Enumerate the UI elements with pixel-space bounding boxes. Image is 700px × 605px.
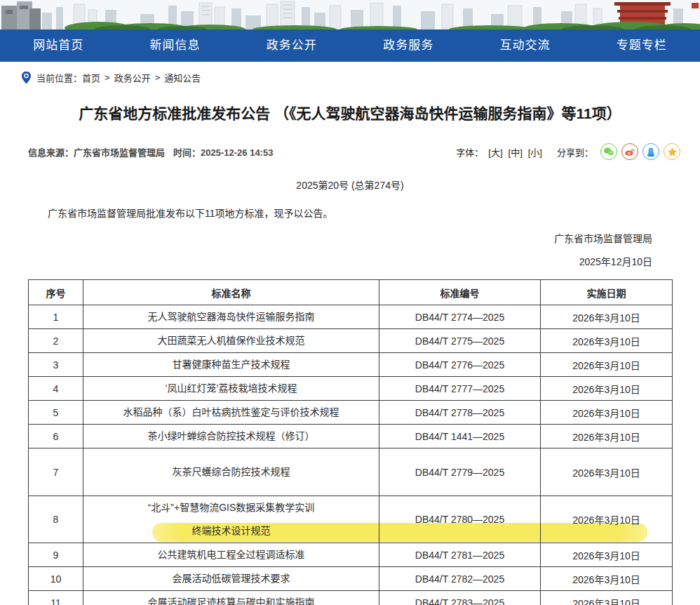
cell-standard-name: 无人驾驶航空器海岛快件运输服务指南 (83, 305, 379, 329)
cell-standard-name: 甘薯健康种苗生产技术规程 (83, 353, 379, 377)
table-row: 2 大田蔬菜无人机植保作业技术规范 DB44/T 2775—2025 2026年… (29, 329, 673, 353)
table-row: 4 ‘凤山红灯笼’荔枝栽培技术规程 DB44/T 2777—2025 2026年… (29, 377, 673, 401)
font-size-medium-button[interactable]: [中] (509, 145, 523, 159)
page-title: 广东省地方标准批准发布公告 （《无人驾驶航空器海岛快件运输服务指南》等11项） (0, 103, 700, 124)
breadcrumb-link-home[interactable]: 首页 (82, 71, 100, 84)
header-banner-image (0, 0, 700, 29)
cell-standard-name: 茶小绿叶蝉综合防控技术规程（修订） (83, 425, 379, 448)
cell-impl-date: 2026年3月10日 (541, 567, 673, 591)
table-row: 10 会展活动低碳管理技术要求 DB44/T 2782—2025 2026年3月… (29, 567, 673, 591)
font-size-small-button[interactable]: [小] (528, 145, 542, 159)
font-size-large-button[interactable]: [大] (488, 145, 502, 159)
article-meta-bar: 信息来源：广东省市场监督管理局时间：2025-12-26 14:53 字体： [… (28, 143, 680, 160)
col-header-code: 标准编号 (379, 280, 541, 305)
cell-seq: 8 (29, 496, 83, 543)
table-row: 9 公共建筑机电工程全过程调适标准 DB44/T 2781—2025 2026年… (29, 543, 673, 567)
standards-table: 序号 标准名称 标准编号 实施日期 1 无人驾驶航空器海岛快件运输服务指南 DB… (28, 279, 673, 605)
cell-standard-code: DB44/T 2777—2025 (379, 377, 541, 401)
font-size-label: 字体： (456, 145, 483, 159)
wechat-share-icon[interactable] (600, 143, 617, 160)
document-number: 2025第20号 (总第274号) (0, 178, 700, 192)
cell-standard-code: DB44/T 2779—2025 (379, 448, 541, 496)
cell-standard-name: 水稻品种（系）白叶枯病抗性鉴定与评价技术规程 (83, 401, 379, 425)
article-meta-info: 信息来源：广东省市场监督管理局时间：2025-12-26 14:53 (28, 145, 273, 159)
cell-seq: 11 (29, 591, 83, 605)
nav-item[interactable]: 政务服务 (376, 29, 440, 62)
cell-standard-name: 公共建筑机电工程全过程调适标准 (83, 543, 379, 567)
cell-seq: 9 (29, 543, 83, 567)
cell-standard-code: DB44/T 2782—2025 (379, 567, 541, 591)
cell-standard-code: DB44/T 1441—2025 (379, 425, 541, 448)
cell-seq: 10 (29, 567, 83, 591)
city-skyline-illustration (0, 0, 700, 29)
nav-item[interactable]: 网站首页 (26, 29, 90, 62)
breadcrumb-separator: > (105, 72, 110, 83)
time-label: 时间： (173, 147, 201, 158)
cell-impl-date: 2026年3月10日 (541, 377, 673, 401)
col-header-date: 实施日期 (541, 280, 673, 305)
table-row: 6 茶小绿叶蝉综合防控技术规程（修订） DB44/T 1441—2025 202… (29, 425, 673, 448)
breadcrumb: 当前位置： 首页 > 政务公开 > 通知公告 (0, 62, 700, 88)
nav-item[interactable]: 政务公开 (260, 29, 324, 62)
cell-impl-date: 2026年3月10日 (541, 425, 673, 448)
cell-seq: 7 (29, 448, 83, 496)
table-header-row: 序号 标准名称 标准编号 实施日期 (29, 280, 673, 305)
col-header-name: 标准名称 (83, 280, 379, 305)
standards-table-container: 序号 标准名称 标准编号 实施日期 1 无人驾驶航空器海岛快件运输服务指南 DB… (28, 279, 672, 605)
cell-standard-name: “北斗”+智慧物流GIS数据采集教学实训 终端技术设计规范 (83, 496, 379, 543)
cell-impl-date: 2026年3月10日 (541, 329, 673, 353)
cell-standard-name: 大田蔬菜无人机植保作业技术规范 (83, 329, 379, 353)
breadcrumb-label: 当前位置： (36, 71, 82, 84)
cell-impl-date: 2026年3月10日 (541, 305, 673, 329)
cell-seq: 6 (29, 425, 83, 448)
location-pin-icon (21, 71, 32, 84)
cell-impl-date: 2026年3月10日 (541, 401, 673, 425)
cell-seq: 5 (29, 401, 83, 425)
cell-standard-code: DB44/T 2775—2025 (379, 329, 541, 353)
cell-standard-code: DB44/T 2783—2025 (379, 591, 541, 605)
cell-standard-name: 灰茶尺蠖综合防控技术规程 (83, 448, 379, 496)
col-header-seq: 序号 (29, 280, 83, 305)
table-row: 5 水稻品种（系）白叶枯病抗性鉴定与评价技术规程 DB44/T 2778—202… (29, 401, 673, 425)
cell-seq: 4 (29, 377, 83, 401)
cell-standard-name: 会展活动低碳管理技术要求 (83, 567, 379, 591)
cell-standard-code: DB44/T 2776—2025 (379, 353, 541, 377)
cell-impl-date: 2026年3月10日 (541, 448, 673, 496)
weibo-share-icon[interactable] (621, 143, 638, 160)
cell-impl-date: 2026年3月10日 (541, 591, 673, 605)
table-row: 1 无人驾驶航空器海岛快件运输服务指南 DB44/T 2774—2025 202… (29, 305, 673, 329)
cell-standard-code: DB44/T 2774—2025 (379, 305, 541, 329)
qq-share-icon[interactable] (642, 143, 659, 160)
cell-standard-code: DB44/T 2781—2025 (379, 543, 541, 567)
cell-seq: 3 (29, 353, 83, 377)
table-row: 3 甘薯健康种苗生产技术规程 DB44/T 2776—2025 2026年3月1… (29, 353, 673, 377)
cell-impl-date: 2026年3月10日 (541, 496, 673, 543)
breadcrumb-link-zwgk[interactable]: 政务公开 (114, 71, 151, 84)
nav-item[interactable]: 专题专栏 (610, 29, 674, 62)
source-label: 信息来源： (28, 147, 74, 158)
main-nav: 网站首页 新闻信息 政务公开 政务服务 互动交流 专题专栏 (0, 29, 700, 62)
cell-standard-code: DB44/T 2778—2025 (379, 401, 541, 425)
table-row: 7 灰茶尺蠖综合防控技术规程 DB44/T 2779—2025 2026年3月1… (29, 448, 673, 496)
announcement-paragraph: 广东省市场监督管理局批准发布以下11项地方标准，现予以公告。 (28, 206, 672, 220)
table-row: 8 “北斗”+智慧物流GIS数据采集教学实训 终端技术设计规范 DB44/T 2… (29, 496, 673, 543)
nav-item[interactable]: 新闻信息 (142, 29, 207, 62)
signature-date: 2025年12月10日 (0, 254, 652, 268)
cell-standard-name: 会展活动碳足迹核算与碳中和实施指南 (83, 591, 379, 605)
font-share-controls: 字体： [大] [中] [小] 分享到： (456, 143, 680, 160)
table-row: 11 会展活动碳足迹核算与碳中和实施指南 DB44/T 2783—2025 20… (29, 591, 673, 605)
qzone-share-icon[interactable] (664, 143, 680, 160)
cell-impl-date: 2026年3月10日 (541, 543, 673, 567)
cell-seq: 1 (29, 305, 83, 329)
time-value: 2025-12-26 14:53 (201, 147, 273, 158)
cell-standard-name: ‘凤山红灯笼’荔枝栽培技术规程 (83, 377, 379, 401)
breadcrumb-separator: > (155, 72, 161, 83)
source-value: 广东省市场监督管理局 (74, 147, 165, 158)
nav-item[interactable]: 互动交流 (492, 29, 557, 62)
cell-seq: 2 (29, 329, 83, 353)
signature-organization: 广东省市场监督管理局 (0, 231, 652, 245)
share-label: 分享到： (557, 145, 593, 159)
cell-standard-code: DB44/T 2780—2025 (379, 496, 541, 543)
breadcrumb-link-tzgg[interactable]: 通知公告 (164, 71, 201, 84)
cell-impl-date: 2026年3月10日 (541, 353, 673, 377)
